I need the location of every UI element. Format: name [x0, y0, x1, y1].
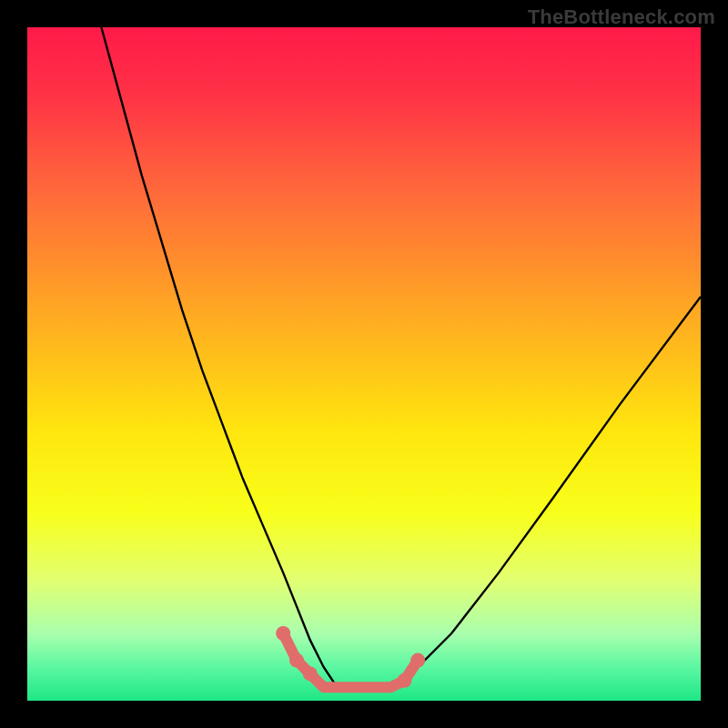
optimal-dot	[289, 653, 304, 668]
optimal-dot	[397, 673, 411, 688]
optimal-dot	[303, 666, 318, 681]
chart-frame: TheBottleneck.com	[0, 0, 728, 728]
optimal-dot	[276, 626, 290, 641]
bottleneck-chart	[0, 0, 728, 728]
optimal-dot	[410, 653, 425, 668]
attribution-label: TheBottleneck.com	[528, 5, 715, 29]
